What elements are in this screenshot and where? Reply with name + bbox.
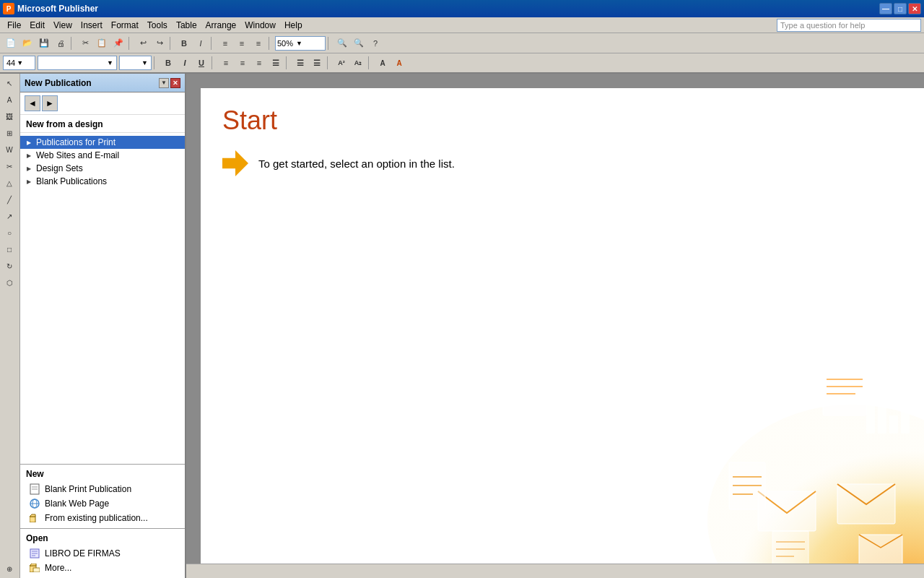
menu-tools[interactable]: Tools <box>143 19 172 32</box>
list-item-web-sites[interactable]: ▶ Web Sites and E-mail <box>20 149 185 162</box>
minimize-button[interactable]: — <box>879 3 892 14</box>
zoom-in-button[interactable]: 🔍 <box>334 35 350 51</box>
font-style-dropdown[interactable]: ▼ <box>119 56 152 70</box>
from-existing-item[interactable]: From existing publication... <box>26 511 179 525</box>
italic-tb-button[interactable]: I <box>193 35 209 51</box>
list-item-publications-for-print[interactable]: ▶ Publications for Print <box>20 136 185 149</box>
new-section: New Blank Print Publication Blank Web Pa… <box>20 464 185 528</box>
nav-forward-button[interactable]: ► <box>42 95 58 111</box>
rotate-tool[interactable]: ↻ <box>1 258 17 274</box>
table-tool[interactable]: ⊞ <box>1 125 17 141</box>
new-section-title: New <box>26 469 179 479</box>
font-color-button[interactable]: A <box>391 55 407 71</box>
menu-arrange[interactable]: Arrange <box>201 19 241 32</box>
align-center-fmt-button[interactable]: ≡ <box>235 55 250 71</box>
blank-web-label: Blank Web Page <box>45 499 109 509</box>
align-left-button[interactable]: ≡ <box>217 35 233 51</box>
menu-window[interactable]: Window <box>240 19 280 32</box>
toolbar-sep-5 <box>269 37 273 50</box>
open-section-title: Open <box>26 533 179 543</box>
list-item-design-sets[interactable]: ▶ Design Sets <box>20 162 185 175</box>
connect-tool[interactable]: ⊕ <box>1 561 17 577</box>
open-button[interactable]: 📂 <box>19 35 35 51</box>
rect-tool[interactable]: □ <box>1 241 17 257</box>
libro-firmas-item[interactable]: LIBRO DE FIRMAS <box>26 546 179 561</box>
menu-file[interactable]: File <box>3 19 25 32</box>
justify-fmt-button[interactable]: ☰ <box>268 55 284 71</box>
menu-insert[interactable]: Insert <box>77 19 107 32</box>
copy-button[interactable]: 📋 <box>94 35 110 51</box>
task-pane-collapse-button[interactable]: ▼ <box>159 78 169 88</box>
text-tool[interactable]: A <box>1 92 17 108</box>
page-content: Start To get started, select an option i… <box>201 88 924 578</box>
toolbar-sep-2 <box>128 37 133 50</box>
zoom-dropdown[interactable]: 50% ▼ <box>275 36 326 51</box>
superscript-button[interactable]: A² <box>334 55 349 71</box>
oval-tool[interactable]: ○ <box>1 225 17 241</box>
list-item-label-print: Publications for Print <box>36 137 116 147</box>
picture-tool[interactable]: 🖼 <box>1 108 17 124</box>
more-open-label: More... <box>45 563 71 573</box>
line-tool[interactable]: ╱ <box>1 191 17 207</box>
menu-view[interactable]: View <box>49 19 77 32</box>
clip-tool[interactable]: ✂ <box>1 158 17 174</box>
more-open-item[interactable]: More... <box>26 561 179 575</box>
highlight-button[interactable]: A <box>375 55 391 71</box>
print-button[interactable]: 🖨 <box>53 35 69 51</box>
blank-print-icon <box>29 483 40 495</box>
nav-back-button[interactable]: ◄ <box>25 95 40 111</box>
redo-button[interactable]: ↪ <box>152 35 167 51</box>
zoom-out-button[interactable]: 🔍 <box>351 35 367 51</box>
bg-decoration <box>635 347 924 578</box>
menu-help[interactable]: Help <box>280 19 307 32</box>
formatting-toolbar: 44 ▼ ▼ ▼ B I U ≡ ≡ ≡ ☰ ☰ ☰ A² A₂ A A <box>0 53 924 74</box>
zoom-arrow: ▼ <box>296 40 302 47</box>
underline-button[interactable]: U <box>193 55 209 71</box>
zoom-value: 50% <box>277 39 293 48</box>
svg-rect-25 <box>901 397 910 434</box>
fmt-sep-2 <box>212 56 216 69</box>
custom-shape-tool[interactable]: ⬡ <box>1 275 17 290</box>
menu-format[interactable]: Format <box>107 19 143 32</box>
paste-button[interactable]: 📌 <box>110 35 126 51</box>
pointer-tool[interactable]: ↖ <box>1 75 17 91</box>
font-style-arrow: ▼ <box>141 59 148 66</box>
undo-button[interactable]: ↩ <box>135 35 151 51</box>
svg-rect-24 <box>889 415 898 434</box>
svg-rect-23 <box>878 390 886 434</box>
blank-web-item[interactable]: Blank Web Page <box>26 496 179 511</box>
toolbar-sep-1 <box>71 37 75 50</box>
shapes-tool[interactable]: △ <box>1 175 17 191</box>
maximize-button[interactable]: □ <box>894 3 907 14</box>
new-button[interactable]: 📄 <box>3 35 19 51</box>
align-center-button[interactable]: ≡ <box>234 35 250 51</box>
toolbar-sep-4 <box>211 37 215 50</box>
blank-web-icon <box>29 498 40 509</box>
font-size-dropdown[interactable]: 44 ▼ <box>3 56 35 70</box>
list-bullet-button[interactable]: ☰ <box>292 55 308 71</box>
wordart-tool[interactable]: W <box>1 142 17 158</box>
italic-button[interactable]: I <box>177 55 193 71</box>
left-toolbar: ↖ A 🖼 ⊞ W ✂ △ ╱ ↗ ○ □ ↻ ⬡ ⊕ <box>0 74 20 578</box>
bold-button[interactable]: B <box>160 55 176 71</box>
align-right-button[interactable]: ≡ <box>250 35 266 51</box>
save-button[interactable]: 💾 <box>36 35 52 51</box>
subscript-button[interactable]: A₂ <box>350 55 366 71</box>
blank-print-item[interactable]: Blank Print Publication <box>26 482 179 496</box>
arrow-tool[interactable]: ↗ <box>1 208 17 224</box>
font-name-dropdown[interactable]: ▼ <box>38 56 117 70</box>
menu-edit[interactable]: Edit <box>25 19 49 32</box>
align-right-fmt-button[interactable]: ≡ <box>251 55 267 71</box>
list-number-button[interactable]: ☰ <box>309 55 325 71</box>
cut-button[interactable]: ✂ <box>77 35 93 51</box>
task-pane-close-button[interactable]: ✕ <box>170 78 180 88</box>
help-button[interactable]: ? <box>367 35 383 51</box>
list-item-blank-publications[interactable]: ▶ Blank Publications <box>20 175 185 188</box>
svg-rect-22 <box>866 405 875 434</box>
help-search[interactable]: Type a question for help <box>777 19 921 32</box>
align-left-fmt-button[interactable]: ≡ <box>218 55 234 71</box>
bold-tb-button[interactable]: B <box>176 35 192 51</box>
menu-table[interactable]: Table <box>172 19 201 32</box>
arrow-icon-design: ▶ <box>25 164 33 173</box>
close-button[interactable]: ✕ <box>908 3 921 14</box>
